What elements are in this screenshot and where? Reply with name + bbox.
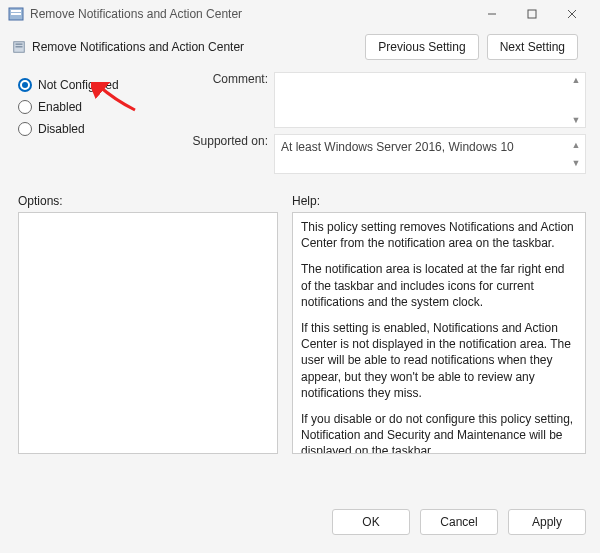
- scroll-arrows[interactable]: ▲▼: [569, 73, 583, 127]
- radio-circle-icon: [18, 100, 32, 114]
- scroll-down-icon: ▼: [572, 115, 581, 125]
- radio-label: Disabled: [38, 122, 85, 136]
- scroll-up-icon: ▲: [572, 137, 581, 153]
- radio-enabled[interactable]: Enabled: [18, 100, 168, 114]
- radio-not-configured[interactable]: Not Configured: [18, 78, 168, 92]
- minimize-button[interactable]: [472, 2, 512, 26]
- apply-button[interactable]: Apply: [508, 509, 586, 535]
- help-text: The notification area is located at the …: [301, 261, 577, 310]
- help-text: If you disable or do not configure this …: [301, 411, 577, 454]
- supported-on-input[interactable]: At least Windows Server 2016, Windows 10…: [274, 134, 586, 174]
- svg-rect-8: [16, 44, 23, 45]
- policy-title: Remove Notifications and Action Center: [32, 40, 365, 54]
- radio-circle-icon: [18, 78, 32, 92]
- next-setting-button[interactable]: Next Setting: [487, 34, 578, 60]
- radio-label: Enabled: [38, 100, 82, 114]
- help-text: If this setting is enabled, Notification…: [301, 320, 577, 401]
- radio-disabled[interactable]: Disabled: [18, 122, 168, 136]
- supported-on-value: At least Windows Server 2016, Windows 10: [281, 140, 514, 154]
- help-panel[interactable]: This policy setting removes Notification…: [292, 212, 586, 454]
- options-panel[interactable]: [18, 212, 278, 454]
- scroll-down-icon: ▼: [572, 155, 581, 171]
- maximize-button[interactable]: [512, 2, 552, 26]
- dialog-footer: OK Cancel Apply: [0, 499, 600, 553]
- policy-icon: [12, 40, 26, 54]
- cancel-button[interactable]: Cancel: [420, 509, 498, 535]
- radio-circle-icon: [18, 122, 32, 136]
- state-radio-group: Not Configured Enabled Disabled: [18, 72, 168, 180]
- comment-input[interactable]: ▲▼: [274, 72, 586, 128]
- previous-setting-button[interactable]: Previous Setting: [365, 34, 478, 60]
- ok-button[interactable]: OK: [332, 509, 410, 535]
- comment-label: Comment:: [178, 72, 274, 86]
- help-label: Help:: [292, 194, 586, 208]
- window-title: Remove Notifications and Action Center: [30, 7, 472, 21]
- policy-app-icon: [8, 6, 24, 22]
- title-bar: Remove Notifications and Action Center: [0, 0, 600, 28]
- policy-header: Remove Notifications and Action Center P…: [0, 28, 600, 66]
- svg-rect-1: [11, 10, 21, 12]
- svg-rect-4: [528, 10, 536, 18]
- scroll-up-icon: ▲: [572, 75, 581, 85]
- radio-label: Not Configured: [38, 78, 119, 92]
- supported-on-label: Supported on:: [178, 134, 274, 148]
- options-label: Options:: [18, 194, 278, 208]
- scroll-arrows[interactable]: ▲▼: [569, 135, 583, 173]
- svg-rect-9: [16, 46, 23, 47]
- close-button[interactable]: [552, 2, 592, 26]
- help-text: This policy setting removes Notification…: [301, 219, 577, 251]
- svg-rect-2: [11, 13, 21, 15]
